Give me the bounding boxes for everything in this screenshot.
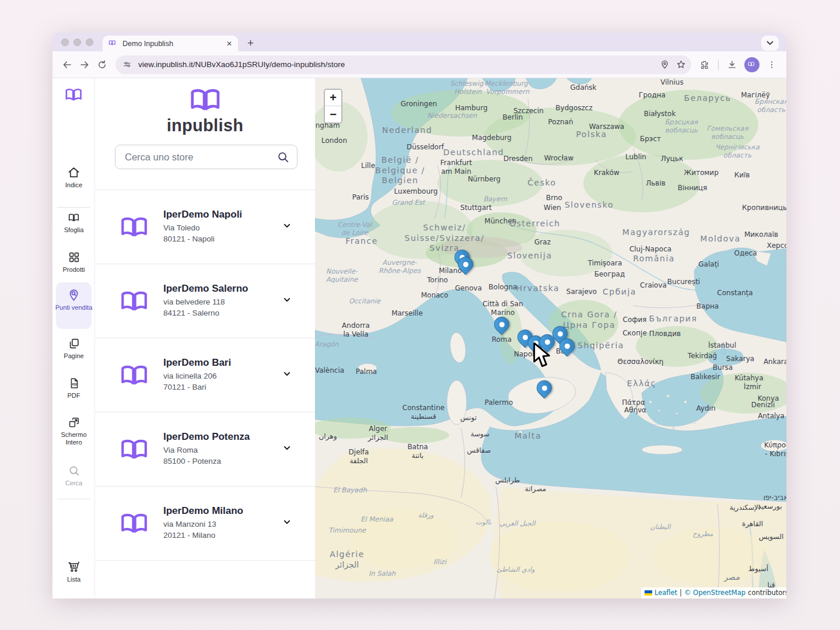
map-marker-pin[interactable] [457,256,474,278]
expand-store-button[interactable] [281,220,293,234]
location-button[interactable] [656,56,673,74]
expand-store-button[interactable] [281,442,293,456]
browser-tab[interactable]: Demo Inpublish ✕ [103,36,238,51]
map-label: Скопје [622,329,647,338]
map-label: Denizli [751,401,775,410]
map-marker-pin-body [534,377,555,399]
browser-menu-button[interactable] [763,56,780,74]
store-search-box[interactable] [115,145,298,169]
expand-store-button[interactable] [281,368,293,382]
store-address: Via Toledo [163,223,242,234]
map-label: Lille [361,162,375,170]
map-marker-pin[interactable] [494,316,510,338]
forward-button[interactable] [76,56,93,74]
sidebar-item-label: PDF [68,392,80,400]
window-controls[interactable] [61,38,93,46]
toolbar-divider [718,60,719,70]
zoom-out-button[interactable]: − [325,106,341,123]
mouse-cursor [532,342,553,369]
map-label: Groningen [401,100,437,108]
map-label: Slovensko [565,200,614,211]
store-search-input[interactable] [125,152,276,163]
sidebar-item-cerca[interactable]: Cerca [52,464,95,487]
map-label: Slovenija [508,251,552,261]
store-list-item[interactable]: IperDemo Taranto [95,561,315,598]
inpublish-book-icon [63,86,85,105]
map-marker-pin[interactable] [559,338,575,360]
map-marker-pin-body [455,254,477,275]
sidebar-item-sfoglia[interactable]: Sfoglia [52,212,95,234]
sidebar-item-punti-vendita[interactable]: Punti vendita [52,288,95,312]
map-label: Vilnius [660,78,683,87]
store-address: via belvedere 118 [163,297,249,308]
map-label: אביב-יפו [764,494,786,502]
map-label: Alger الجزائر [368,425,388,442]
map-label: London [321,136,347,145]
page-content: Indice Sfoglia Prodotti Punti vendita Pa… [52,78,786,598]
store-cap-city: 70121 - Bari [163,382,231,393]
map-label: Paris [352,193,369,202]
sidebar-item-lista[interactable]: Lista [52,560,95,583]
tab-close-icon[interactable]: ✕ [226,40,232,48]
map-label: Nürnberg [468,175,501,184]
map-label: مصراتة [525,485,547,494]
sidebar-item-prodotti[interactable]: Prodotti [52,251,95,274]
expand-store-button[interactable] [281,294,293,308]
map-marker-pin[interactable] [536,380,552,402]
store-name: IperDemo Bari [163,357,231,369]
kebab-menu-icon [767,60,776,69]
store-address: via Manzoni 13 [163,519,243,530]
close-window-button[interactable] [61,38,69,46]
bookmark-button[interactable] [673,56,689,74]
map-label: أسيوط [748,565,768,573]
downloads-button[interactable] [723,56,741,74]
map-label: Deutschland [443,148,504,158]
sidebar-item-indice[interactable]: Indice [52,166,95,189]
logo-text: inpublish [167,116,244,135]
map-label: Bursa [713,363,733,372]
site-settings-icon[interactable] [123,60,132,69]
search-icon[interactable] [276,150,290,164]
map-label: Palma [356,368,377,376]
url-bar[interactable]: view.inpublish.it/NUBvXao6J1pSRUIy/demo-… [116,55,691,74]
map-label: Херсон [766,242,786,250]
sidebar-item-pagine[interactable]: Pagine [52,337,95,360]
sidebar-item-schermo-intero[interactable]: Schermo Intero [52,416,95,446]
store-list-item[interactable]: IperDemo Bari via licinella 206 70121 - … [95,338,315,412]
map-label: Palermo [485,398,513,407]
minimize-window-button[interactable] [74,38,81,46]
maximize-window-button[interactable] [86,38,93,46]
osm-link[interactable]: © OpenStreetMap [684,589,746,597]
map-label: Monaco [421,291,449,300]
expand-store-button[interactable] [281,516,293,530]
new-tab-button[interactable]: + [247,36,254,51]
tab-search-chevron-button[interactable] [761,36,779,51]
store-name: IperDemo Milano [163,505,243,517]
map-label: Craiova [640,281,667,290]
cart-icon [67,560,80,573]
profile-avatar[interactable] [744,57,760,72]
store-list-item[interactable]: IperDemo Napoli Via Toledo 80121 - Napol… [95,190,315,264]
sidebar-divider [57,499,90,499]
store-list-item[interactable]: IperDemo Potenza Via Roma 85100 - Potenz… [95,412,315,487]
store-list-item[interactable]: IperDemo Salerno via belvedere 118 84121… [95,264,315,338]
zoom-in-button[interactable]: + [325,90,341,106]
chevron-down-icon [281,220,293,232]
store-map[interactable]: BirminghamLondonGroningenHamburgSchleswi… [315,78,786,598]
map-label: Luxembourg [394,187,438,196]
sidebar-divider [57,207,90,208]
sidebar-item-pdf[interactable]: PDF PDF [52,377,95,400]
extensions-button[interactable] [696,56,713,74]
map-label: Schleswig- Holstein [450,79,485,96]
map-label: Sarajevo [566,288,597,296]
toolbar-right [696,56,780,74]
store-book-icon [120,598,149,598]
map-label: Вінниця [678,184,707,192]
store-book-icon [120,437,149,461]
url-text[interactable]: view.inpublish.it/NUBvXao6J1pSRUIy/demo-… [138,60,656,69]
back-button[interactable] [58,56,76,74]
store-book-icon [120,215,149,239]
store-list-item[interactable]: IperDemo Milano via Manzoni 13 20121 - M… [95,487,315,561]
leaflet-link[interactable]: Leaflet [654,589,677,597]
reload-button[interactable] [93,56,111,74]
